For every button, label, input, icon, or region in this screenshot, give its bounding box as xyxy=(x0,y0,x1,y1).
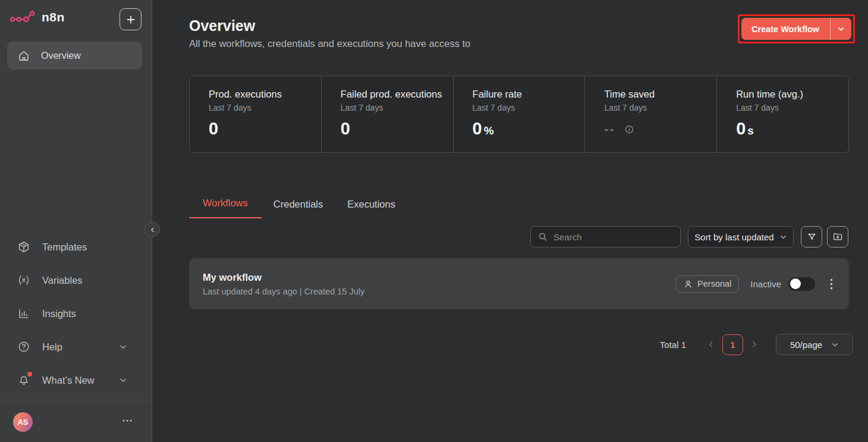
help-icon xyxy=(17,340,30,353)
search-box[interactable] xyxy=(530,226,681,247)
person-icon xyxy=(684,280,693,289)
stat-value: 0 xyxy=(209,119,321,139)
stat-run-time: Run time (avg.) Last 7 days 0s xyxy=(716,76,848,152)
active-toggle[interactable] xyxy=(788,277,815,291)
annotation-highlight-box: Create Workflow xyxy=(738,14,855,43)
funnel-icon xyxy=(807,232,817,242)
add-workflow-button[interactable] xyxy=(119,8,141,30)
chevron-left-icon xyxy=(149,227,156,233)
folder-plus-icon xyxy=(832,231,843,242)
main-content: Overview All the workflows, credentials … xyxy=(153,0,868,442)
tabs: Workflows Credentials Executions xyxy=(189,194,420,218)
sidebar-collapse-button[interactable] xyxy=(144,222,160,237)
status-label: Inactive xyxy=(750,279,781,289)
stat-value: 0% xyxy=(473,119,585,139)
home-icon xyxy=(17,49,30,62)
sort-label: Sort by last updated xyxy=(694,232,773,242)
search-input[interactable] xyxy=(553,232,673,242)
chevron-down-icon xyxy=(119,343,127,351)
app-logo-text: n8n xyxy=(42,10,65,24)
search-icon xyxy=(538,232,548,242)
sort-dropdown[interactable]: Sort by last updated xyxy=(688,226,794,247)
chevron-down-icon xyxy=(779,233,787,241)
new-folder-button[interactable] xyxy=(827,226,848,247)
pagination: Total 1 1 50/page xyxy=(660,333,853,356)
stat-value: -- xyxy=(604,122,716,136)
sidebar-item-label: Templates xyxy=(42,242,87,253)
stat-prod-executions: Prod. executions Last 7 days 0 xyxy=(190,76,321,152)
chevron-down-icon xyxy=(831,341,839,349)
app-logo: n8n xyxy=(10,9,65,26)
sidebar-item-overview[interactable]: Overview xyxy=(7,42,142,70)
sidebar-item-label: Variables xyxy=(42,275,83,286)
next-page-icon[interactable] xyxy=(750,340,759,349)
workflow-card[interactable]: My workflow Last updated 4 days ago | Cr… xyxy=(189,258,849,309)
stat-value: 0s xyxy=(736,119,848,139)
tab-workflows[interactable]: Workflows xyxy=(189,194,262,218)
sidebar-item-insights[interactable]: Insights xyxy=(0,299,152,328)
stat-failed-prod-executions: Failed prod. executions Last 7 days 0 xyxy=(321,76,453,152)
package-icon xyxy=(17,240,30,253)
toolbar-buttons xyxy=(801,226,848,247)
chevron-down-icon[interactable] xyxy=(831,25,851,33)
variables-icon xyxy=(17,274,30,287)
sidebar-item-templates[interactable]: Templates xyxy=(0,233,152,261)
page-size-select[interactable]: 50/page xyxy=(776,334,853,355)
workflow-actions: Personal Inactive xyxy=(676,275,849,293)
pagination-total: Total 1 xyxy=(660,340,686,350)
kebab-menu-icon[interactable] xyxy=(830,278,833,290)
sidebar-item-label: What’s New xyxy=(42,375,95,386)
filter-button[interactable] xyxy=(801,226,822,247)
bell-icon xyxy=(17,374,30,387)
owner-badge[interactable]: Personal xyxy=(676,275,739,293)
stat-failure-rate: Failure rate Last 7 days 0% xyxy=(453,76,585,152)
workflow-meta: Last updated 4 days ago | Created 15 Jul… xyxy=(203,287,364,296)
sidebar-item-help[interactable]: Help xyxy=(0,333,152,361)
sidebar: n8n Overview Templates xyxy=(0,0,152,442)
sidebar-item-whats-new[interactable]: What’s New xyxy=(0,366,152,394)
stats-cards: Prod. executions Last 7 days 0 Failed pr… xyxy=(189,76,849,153)
page-number[interactable]: 1 xyxy=(722,334,743,355)
sidebar-item-label: Help xyxy=(42,341,62,353)
create-workflow-label: Create Workflow xyxy=(741,24,830,34)
workflow-name: My workflow xyxy=(203,272,364,283)
notification-dot xyxy=(27,372,32,377)
tab-credentials[interactable]: Credentials xyxy=(273,195,323,218)
page-size-label: 50/page xyxy=(790,340,822,350)
page-subtitle: All the workflows, credentials and execu… xyxy=(189,38,470,49)
stat-time-saved: Time saved Last 7 days -- xyxy=(584,76,716,152)
stat-value: 0 xyxy=(341,119,453,139)
page-title: Overview xyxy=(189,17,255,35)
sidebar-item-label: Overview xyxy=(41,51,81,61)
n8n-logo-icon xyxy=(10,9,36,26)
toggle-knob xyxy=(790,278,801,289)
prev-page-icon[interactable] xyxy=(707,340,715,349)
sidebar-item-variables[interactable]: Variables xyxy=(0,266,152,294)
workflow-info: My workflow Last updated 4 days ago | Cr… xyxy=(189,272,364,296)
plus-icon xyxy=(126,15,136,24)
avatar[interactable]: AS xyxy=(13,412,33,432)
sidebar-divider xyxy=(0,400,152,400)
create-workflow-button[interactable]: Create Workflow xyxy=(741,18,851,40)
sidebar-item-label: Insights xyxy=(42,308,76,319)
bar-chart-icon xyxy=(17,307,30,320)
tab-executions[interactable]: Executions xyxy=(347,195,395,218)
info-icon[interactable] xyxy=(624,124,634,134)
owner-label: Personal xyxy=(697,279,731,289)
chevron-down-icon xyxy=(119,376,127,384)
list-toolbar: Sort by last updated xyxy=(530,226,848,247)
user-menu-ellipsis-icon[interactable] xyxy=(122,419,133,422)
